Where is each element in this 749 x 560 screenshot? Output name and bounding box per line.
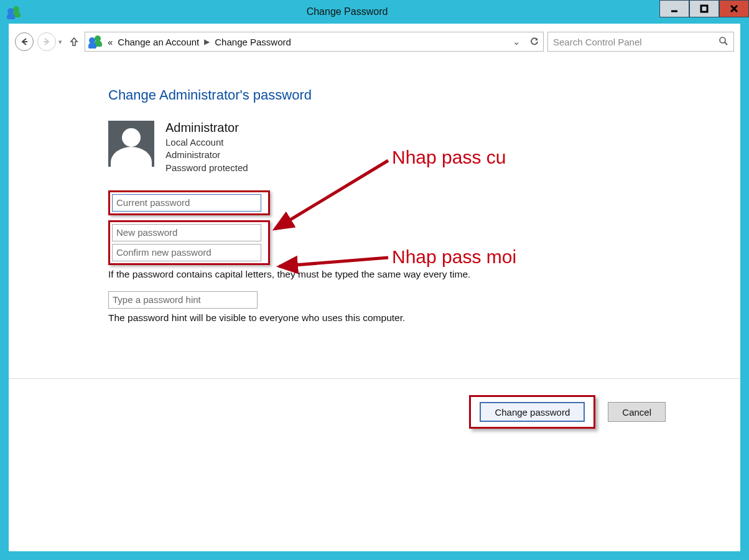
svg-point-6 xyxy=(720,37,725,43)
close-button[interactable] xyxy=(719,0,749,17)
button-bar: Change password Cancel xyxy=(9,378,740,445)
confirm-password-field[interactable] xyxy=(112,244,261,261)
address-bar[interactable]: « Change an Account ▶ Change Password ⌄ xyxy=(85,32,544,52)
refresh-icon[interactable] xyxy=(529,36,539,48)
annotation-box-new xyxy=(108,220,270,265)
maximize-button[interactable] xyxy=(689,0,719,17)
annotation-box-current xyxy=(108,190,270,215)
user-summary: Administrator Local Account Administrato… xyxy=(108,121,740,174)
search-icon[interactable] xyxy=(719,36,728,48)
user-account-type: Local Account xyxy=(165,136,248,149)
breadcrumb-parent[interactable]: Change an Account xyxy=(118,37,199,47)
new-password-field[interactable] xyxy=(112,224,261,241)
change-password-button[interactable]: Change password xyxy=(480,402,585,422)
content-pane: Change Administrator's password Administ… xyxy=(9,62,740,551)
window-title: Change Password xyxy=(20,6,674,17)
back-button[interactable] xyxy=(15,32,34,51)
user-password-state: Password protected xyxy=(165,162,248,174)
annotation-box-change-button: Change password xyxy=(469,395,595,429)
window-frame: Change Password ▾ « Change a xyxy=(0,0,749,560)
capitals-help-text: If the password contains capital letters… xyxy=(108,269,740,280)
hint-help-text: The password hint will be visible to eve… xyxy=(108,312,740,324)
breadcrumb-prefix: « xyxy=(108,37,113,47)
up-button[interactable] xyxy=(67,35,81,49)
cancel-button[interactable]: Cancel xyxy=(608,402,666,422)
page-title: Change Administrator's password xyxy=(108,87,740,103)
minimize-button[interactable] xyxy=(659,0,689,17)
user-name: Administrator xyxy=(165,121,248,135)
address-dropdown-icon[interactable]: ⌄ xyxy=(513,36,521,47)
chevron-right-icon[interactable]: ▶ xyxy=(204,37,210,46)
user-role: Administrator xyxy=(165,149,248,161)
client-area: ▾ « Change an Account ▶ Change Password … xyxy=(9,24,740,551)
password-hint-field[interactable] xyxy=(108,291,258,309)
breadcrumb-current[interactable]: Change Password xyxy=(215,37,291,47)
title-bar[interactable]: Change Password xyxy=(0,0,749,24)
svg-line-7 xyxy=(725,42,727,45)
search-placeholder: Search Control Panel xyxy=(553,37,642,47)
current-password-field[interactable] xyxy=(112,194,261,212)
user-accounts-icon xyxy=(7,6,20,18)
avatar xyxy=(108,121,154,167)
navigation-bar: ▾ « Change an Account ▶ Change Password … xyxy=(9,29,740,55)
svg-rect-1 xyxy=(701,6,707,12)
history-dropdown-icon[interactable]: ▾ xyxy=(58,38,62,46)
forward-button[interactable] xyxy=(37,32,56,51)
search-input[interactable]: Search Control Panel xyxy=(547,32,734,52)
user-accounts-icon xyxy=(89,35,103,49)
